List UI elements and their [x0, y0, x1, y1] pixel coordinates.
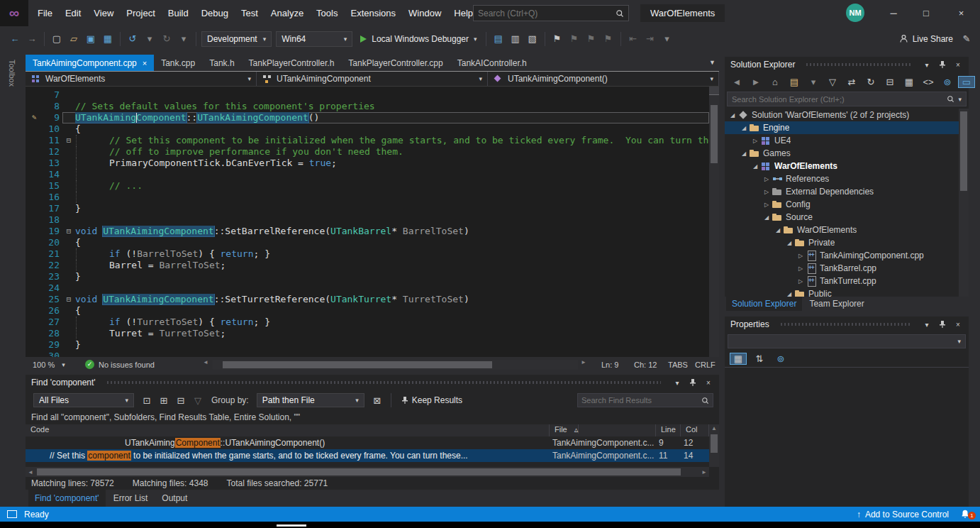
tree-item-tankaimingcomponent-cpp[interactable]: ▷TankAimingComponent.cpp — [725, 249, 969, 262]
scrollbar-thumb[interactable] — [37, 468, 681, 475]
collapse-all-icon[interactable]: ⊟ — [173, 395, 189, 406]
scroll-left-icon[interactable]: ◄ — [203, 359, 208, 365]
chevron-expanded-icon[interactable]: ◢ — [773, 227, 783, 233]
solution-configuration-dropdown[interactable]: Development ▾ — [201, 31, 272, 47]
property-pages-icon[interactable]: ⊚ — [773, 353, 789, 364]
home-icon[interactable]: ⌂ — [767, 77, 783, 87]
notifications-button[interactable]: 1 — [960, 509, 973, 520]
tree-item-tankturret-cpp[interactable]: ▷TankTurret.cpp — [725, 275, 969, 287]
chevron-expanded-icon[interactable]: ◢ — [728, 112, 737, 119]
menu-build[interactable]: Build — [162, 0, 195, 26]
code-line-19[interactable]: 19⊟void UTankAimingComponent::SetBarrelR… — [26, 226, 719, 237]
tree-item-public[interactable]: ◢Public — [725, 287, 969, 297]
code-line-11[interactable]: 11⊟// Set this component to be initializ… — [26, 135, 719, 146]
add-to-source-control-button[interactable]: ↑ Add to Source Control — [857, 510, 949, 519]
code-line-15[interactable]: 15// ... — [26, 180, 719, 192]
tree-item-warofelements[interactable]: ◢WarOfElements — [725, 224, 969, 236]
open-file-icon[interactable]: ▱ — [66, 33, 82, 44]
preview-selected-items-toggle[interactable]: ▭ — [959, 77, 974, 87]
indent-icon[interactable]: ⇥ — [642, 33, 658, 44]
alphabetical-icon[interactable]: ⇅ — [752, 353, 767, 364]
pending-changes-filter-icon[interactable]: ▽ — [825, 77, 840, 87]
code-line-18[interactable]: 18 — [26, 214, 719, 226]
feedback-icon[interactable]: ✎ — [959, 33, 974, 44]
minimize-button[interactable]: ─ — [877, 0, 910, 26]
navbar-method-dropdown[interactable]: UTankAimingComponent()▾ — [488, 72, 719, 86]
code-line-10[interactable]: 10{ — [26, 123, 719, 135]
editor-tab-tankaimingcomponent-cpp[interactable]: TankAimingComponent.cpp× — [26, 55, 154, 71]
code-line-30[interactable]: 30 — [26, 351, 719, 357]
tab-close-icon[interactable]: × — [143, 59, 147, 67]
panel-tab-output[interactable]: Output — [155, 490, 194, 507]
filter-results-icon[interactable]: ▽ — [190, 395, 206, 406]
tree-vertical-scrollbar[interactable] — [959, 109, 969, 297]
find-scope-dropdown[interactable]: All Files ▾ — [33, 393, 134, 407]
tree-item-source[interactable]: ◢Source — [725, 211, 969, 224]
fold-collapse-icon[interactable]: ⊟ — [62, 135, 75, 146]
clear-bookmarks-icon[interactable]: ⚑ — [601, 33, 616, 44]
line-ending-indicator[interactable]: CRLF — [695, 361, 715, 369]
menu-analyze[interactable]: Analyze — [265, 0, 310, 26]
code-line-23[interactable]: 23} — [26, 271, 719, 282]
nav-back-icon[interactable]: ← — [7, 33, 23, 44]
zoom-dropdown[interactable]: 100 % ▾ — [30, 359, 74, 370]
properties-icon[interactable]: ⊚ — [940, 77, 955, 87]
toggle-bookmark-icon[interactable]: ⚑ — [550, 33, 565, 44]
editor-tab-tank-cpp[interactable]: Tank.cpp — [154, 55, 202, 71]
code-line-14[interactable]: 14 — [26, 169, 719, 180]
chevron-expanded-icon[interactable]: ◢ — [784, 240, 794, 246]
window-position-chevron-icon[interactable]: ▾ — [922, 61, 932, 69]
task-status-icon[interactable] — [7, 510, 17, 518]
undo-icon[interactable]: ↺ — [125, 33, 140, 44]
code-line-21[interactable]: 21if (!BarrelToSet) { return; } — [26, 248, 719, 260]
expand-all-icon[interactable]: ⊞ — [156, 395, 172, 406]
chevron-expanded-icon[interactable]: ◢ — [784, 291, 794, 297]
chevron-collapsed-icon[interactable]: ▷ — [762, 202, 772, 208]
code-line-7[interactable]: 7 — [26, 89, 719, 101]
editor-vertical-scrollbar[interactable] — [709, 95, 719, 357]
chevron-collapsed-icon[interactable]: ▷ — [750, 138, 760, 144]
panel-tab-solution-explorer[interactable]: Solution Explorer — [726, 297, 802, 311]
prev-bookmark-icon[interactable]: ⚑ — [567, 33, 582, 44]
tree-item-private[interactable]: ◢Private — [725, 236, 969, 249]
tree-item-solution-warofelements-2-of-2-projects[interactable]: ◢Solution 'WarOfElements' (2 of 2 projec… — [725, 109, 969, 121]
document-list-chevron-icon[interactable]: ▼ — [709, 59, 715, 66]
start-debugging-button[interactable]: Local Windows Debugger ▾ — [360, 34, 477, 44]
panel-tab-find-component[interactable]: Find 'component' — [28, 490, 106, 507]
code-line-25[interactable]: 25⊟void UTankAimingComponent::SetTurretR… — [26, 294, 719, 305]
show-all-files-icon[interactable]: ▦ — [901, 77, 917, 87]
tree-item-tankbarrel-cpp[interactable]: ▷TankBarrel.cpp — [725, 262, 969, 275]
scroll-right-icon[interactable]: ► — [701, 469, 707, 475]
code-line-12[interactable]: 12// off to improve performance if you d… — [26, 146, 719, 158]
new-file-icon[interactable]: ▢ — [49, 33, 65, 44]
code-line-20[interactable]: 20{ — [26, 237, 719, 248]
menu-window[interactable]: Window — [402, 0, 447, 26]
editor-tab-tankaicontroller-h[interactable]: TankAIController.h — [450, 55, 534, 71]
results-horizontal-scrollbar[interactable]: ◄ ► — [26, 467, 709, 477]
scrollbar-thumb[interactable] — [960, 111, 967, 191]
menu-debug[interactable]: Debug — [195, 0, 235, 26]
close-icon[interactable]: × — [953, 61, 963, 69]
next-bookmark-icon[interactable]: ⚑ — [584, 33, 599, 44]
menu-project[interactable]: Project — [120, 0, 161, 26]
toolbar-overflow-icon[interactable]: ▾ — [659, 33, 675, 44]
code-line-24[interactable]: 24 — [26, 282, 719, 294]
menu-extensions[interactable]: Extensions — [344, 0, 402, 26]
maximize-button[interactable]: □ — [910, 0, 942, 26]
editor-tab-tank-h[interactable]: Tank.h — [202, 55, 241, 71]
code-line-29[interactable]: 29} — [26, 339, 719, 351]
tabs-mode-indicator[interactable]: TABS — [668, 361, 688, 369]
find-result-row[interactable]: UTankAimingComponent::UTankAimingCompone… — [26, 436, 709, 449]
close-button[interactable]: × — [942, 0, 980, 26]
window-position-chevron-icon[interactable]: ▾ — [922, 321, 932, 329]
categorized-icon[interactable]: ▦ — [730, 353, 746, 364]
navbar-project-dropdown[interactable]: WarOfElements▾ — [26, 72, 257, 86]
redo-icon[interactable]: ↻ — [159, 33, 174, 44]
pin-icon[interactable] — [688, 378, 698, 387]
command-window-icon[interactable]: ▥ — [508, 33, 523, 44]
code-line-16[interactable]: 16 — [26, 192, 719, 203]
chevron-down-icon[interactable]: ▾ — [958, 96, 962, 103]
code-line-22[interactable]: 22Barrel = BarrelToSet; — [26, 260, 719, 271]
editor-tab-tankplayercontroller-h[interactable]: TankPlayerController.h — [242, 55, 342, 71]
save-all-icon[interactable]: ▦ — [100, 33, 116, 44]
